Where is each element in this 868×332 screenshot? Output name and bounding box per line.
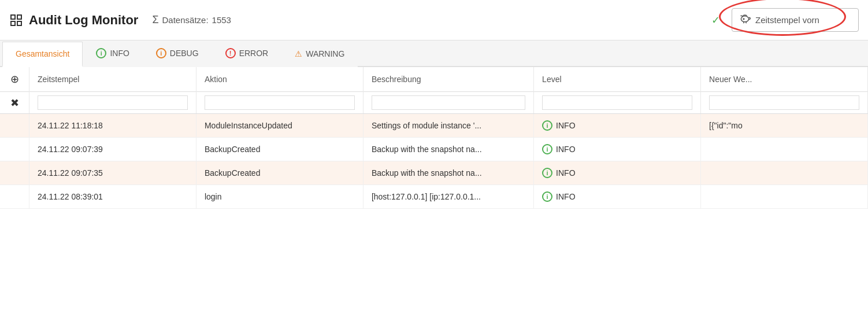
- table-row: 24.11.22 09:07:39BackupCreatedBackup wit…: [0, 138, 868, 161]
- table-row: 24.11.22 08:39:01login[host:127.0.0.1] […: [0, 185, 868, 209]
- svg-rect-3: [17, 21, 21, 25]
- cell-zeitstempel: 24.11.22 08:39:01: [29, 185, 196, 209]
- cell-level: iINFO: [534, 185, 701, 209]
- svg-point-4: [741, 16, 748, 22]
- col-aktion: Aktion: [196, 67, 363, 92]
- svg-rect-0: [11, 15, 15, 19]
- filter-level-input[interactable]: [534, 92, 701, 114]
- aktion-filter-input[interactable]: [205, 95, 355, 110]
- cell-zeitstempel: 24.11.22 09:07:35: [29, 161, 196, 185]
- cell-beschreibung: Backup with the snapshot na...: [363, 161, 533, 185]
- level-text: INFO: [556, 145, 575, 154]
- filter-neuer-wert-input[interactable]: [701, 92, 868, 114]
- title-text: Audit Log Monitor: [29, 13, 138, 28]
- tab-warning[interactable]: ⚠ WARNING: [281, 42, 358, 67]
- svg-rect-1: [17, 15, 21, 19]
- level-text: INFO: [556, 121, 575, 130]
- cell-neuer-wert: [701, 185, 868, 209]
- filter-label: Zeitstempel vorn: [755, 15, 819, 25]
- row-selector-cell: [0, 185, 29, 209]
- stats-label: Datensätze:: [162, 15, 209, 25]
- timestamp-filter[interactable]: Zeitstempel vorn: [732, 8, 859, 32]
- level-filter-input[interactable]: [542, 95, 692, 110]
- tab-error-label: ERROR: [239, 49, 269, 58]
- audit-log-table: ⊕ Zeitstempel Aktion Beschreibung Level …: [0, 67, 868, 209]
- level-text: INFO: [556, 168, 575, 178]
- tabs-bar: Gesamtansicht i INFO i DEBUG ! ERROR ⚠ W…: [0, 40, 868, 67]
- filter-box-wrapper: Zeitstempel vorn: [732, 8, 859, 32]
- filter-aktion-input[interactable]: [196, 92, 363, 114]
- filter-beschreibung-input[interactable]: [363, 92, 533, 114]
- level-info-icon: i: [542, 191, 552, 202]
- cell-aktion: BackupCreated: [196, 138, 363, 161]
- tab-debug-label: DEBUG: [170, 49, 199, 58]
- cell-neuer-wert: [701, 138, 868, 161]
- cell-beschreibung: [host:127.0.0.1] [ip:127.0.0.1...: [363, 185, 533, 209]
- col-beschreibung: Beschreibung: [363, 67, 533, 92]
- stats-count: 1553: [212, 15, 231, 25]
- filter-clear-cell: ✖: [0, 92, 29, 114]
- error-icon: !: [225, 48, 236, 58]
- level-info-icon: i: [542, 168, 552, 178]
- debug-icon: i: [156, 48, 166, 58]
- cell-beschreibung: Backup with the snapshot na...: [363, 138, 533, 161]
- col-level: Level: [534, 67, 701, 92]
- table-header-row: ⊕ Zeitstempel Aktion Beschreibung Level …: [0, 67, 868, 92]
- beschreibung-filter-input[interactable]: [372, 95, 525, 110]
- cell-level: iINFO: [534, 138, 701, 161]
- header: Audit Log Monitor Σ Datensätze: 1553 ✓ Z…: [0, 0, 868, 40]
- col-neuer-wert: Neuer We...: [701, 67, 868, 92]
- tab-error[interactable]: ! ERROR: [212, 40, 282, 67]
- tab-debug[interactable]: i DEBUG: [143, 40, 212, 67]
- tab-gesamtansicht[interactable]: Gesamtansicht: [2, 42, 83, 67]
- warning-icon: ⚠: [295, 49, 302, 58]
- level-text: INFO: [556, 192, 575, 201]
- zeitstempel-filter-input[interactable]: [38, 95, 188, 110]
- cell-aktion: login: [196, 185, 363, 209]
- cell-neuer-wert: [{"id":"mo: [701, 114, 868, 138]
- row-selector-cell: [0, 138, 29, 161]
- level-info-icon: i: [542, 144, 552, 154]
- pig-icon: [739, 13, 751, 27]
- cell-level: iINFO: [534, 161, 701, 185]
- level-info-icon: i: [542, 120, 552, 131]
- neuer-wert-filter-input[interactable]: [709, 95, 859, 110]
- app-title: Audit Log Monitor: [9, 13, 138, 28]
- grid-icon: [9, 13, 23, 27]
- table-row: 24.11.22 11:18:18ModuleInstanceUpdatedSe…: [0, 114, 868, 138]
- svg-point-5: [743, 19, 744, 20]
- tab-info[interactable]: i INFO: [83, 40, 142, 67]
- crosshair-icon[interactable]: ⊕: [8, 73, 21, 86]
- table-filter-row: ✖: [0, 92, 868, 114]
- cell-aktion: ModuleInstanceUpdated: [196, 114, 363, 138]
- close-icon[interactable]: ✖: [8, 97, 21, 109]
- cell-beschreibung: Settings of module instance '...: [363, 114, 533, 138]
- col-zeitstempel: Zeitstempel: [29, 67, 196, 92]
- cell-aktion: BackupCreated: [196, 161, 363, 185]
- filter-zeitstempel-input[interactable]: [29, 92, 196, 114]
- cell-neuer-wert: [701, 161, 868, 185]
- info-icon: i: [96, 48, 106, 58]
- col-selector: ⊕: [0, 67, 29, 92]
- tab-info-label: INFO: [110, 49, 129, 58]
- tab-gesamtansicht-label: Gesamtansicht: [16, 49, 69, 58]
- sigma-icon: Σ: [152, 14, 158, 26]
- cell-level: iINFO: [534, 114, 701, 138]
- green-check-icon: ✓: [711, 14, 720, 27]
- cell-zeitstempel: 24.11.22 09:07:39: [29, 138, 196, 161]
- row-selector-cell: [0, 161, 29, 185]
- table-row: 24.11.22 09:07:35BackupCreatedBackup wit…: [0, 161, 868, 185]
- cell-zeitstempel: 24.11.22 11:18:18: [29, 114, 196, 138]
- row-selector-cell: [0, 114, 29, 138]
- svg-rect-2: [11, 21, 15, 25]
- record-count: Σ Datensätze: 1553: [152, 14, 231, 26]
- tab-warning-label: WARNING: [306, 49, 344, 58]
